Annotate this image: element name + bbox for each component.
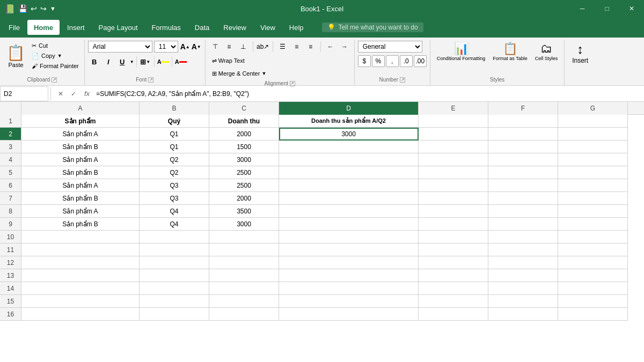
cell-b11[interactable] <box>140 243 209 256</box>
cell-f2[interactable] <box>488 128 558 141</box>
col-header-a[interactable]: A <box>21 102 140 115</box>
cell-a10[interactable] <box>21 231 140 243</box>
row-header-13[interactable]: 13 <box>0 269 21 282</box>
menu-insert[interactable]: Insert <box>61 20 91 35</box>
conditional-formatting-button[interactable]: 📊 Conditional Formatting <box>434 41 489 63</box>
fill-color-button[interactable]: A <box>157 55 170 68</box>
cell-a11[interactable] <box>21 243 140 256</box>
menu-file[interactable]: File <box>2 20 26 35</box>
cell-e11[interactable] <box>419 243 488 256</box>
cell-f14[interactable] <box>488 282 558 295</box>
merge-center-button[interactable]: ⊞ Merge & Center ▼ <box>209 68 270 79</box>
cell-a13[interactable] <box>21 269 140 282</box>
cell-c5[interactable]: 2500 <box>209 166 279 179</box>
increase-indent-button[interactable]: → <box>338 41 351 53</box>
cell-a12[interactable] <box>21 256 140 269</box>
format-painter-button[interactable]: 🖌 Format Painter <box>30 61 81 71</box>
cell-a14[interactable] <box>21 282 140 295</box>
cell-f5[interactable] <box>488 166 558 179</box>
cell-c9[interactable]: 3000 <box>209 218 279 231</box>
cell-a4[interactable]: Sản phẩm A <box>21 153 140 166</box>
text-direction-button[interactable]: ab↗ <box>257 41 269 53</box>
currency-button[interactable]: $ <box>358 55 371 67</box>
cell-g16[interactable] <box>558 308 628 321</box>
cell-b2[interactable]: Q1 <box>140 128 209 141</box>
cell-e3[interactable] <box>419 141 488 153</box>
cell-a7[interactable]: Sản phẩm B <box>21 192 140 205</box>
number-format-select[interactable]: General <box>358 41 422 53</box>
cell-d6[interactable] <box>279 179 419 192</box>
maximize-button[interactable]: □ <box>595 0 619 17</box>
underline-button[interactable]: U <box>116 55 129 68</box>
insert-button[interactable]: ↕ Insert <box>568 41 592 65</box>
cut-button[interactable]: ✂ Cut <box>30 41 81 50</box>
cell-d14[interactable] <box>279 282 419 295</box>
wrap-text-button[interactable]: ⇌ Wrap Text <box>209 55 270 67</box>
cell-e10[interactable] <box>419 231 488 243</box>
increase-font-size-button[interactable]: A▲ <box>180 41 191 52</box>
row-header-5[interactable]: 5 <box>0 166 21 179</box>
cell-f6[interactable] <box>488 179 558 192</box>
cell-e5[interactable] <box>419 166 488 179</box>
align-bottom-button[interactable]: ⊥ <box>237 41 250 53</box>
cell-a6[interactable]: Sản phẩm A <box>21 179 140 192</box>
cell-d2[interactable]: 3000 👇 <box>279 128 419 141</box>
cell-g8[interactable] <box>558 205 628 218</box>
cell-b9[interactable]: Q4 <box>140 218 209 231</box>
cell-f9[interactable] <box>488 218 558 231</box>
col-header-b[interactable]: B <box>140 102 209 115</box>
cell-c4[interactable]: 3000 <box>209 153 279 166</box>
col-header-g[interactable]: G <box>558 102 628 115</box>
cancel-formula-button[interactable]: ✕ <box>55 88 66 99</box>
cell-d15[interactable] <box>279 295 419 308</box>
cell-e8[interactable] <box>419 205 488 218</box>
cell-d8[interactable] <box>279 205 419 218</box>
cell-g3[interactable] <box>558 141 628 153</box>
cell-c2[interactable]: 2000 <box>209 128 279 141</box>
align-center-button[interactable]: ≡ <box>290 41 303 53</box>
cell-f12[interactable] <box>488 256 558 269</box>
cell-b6[interactable]: Q3 <box>140 179 209 192</box>
search-bar[interactable]: 💡 Tell me what you want to do <box>322 23 423 32</box>
cell-g4[interactable] <box>558 153 628 166</box>
format-as-table-button[interactable]: 📋 Format as Table <box>489 41 530 63</box>
customize-icon[interactable]: ▼ <box>50 5 56 12</box>
row-header-15[interactable]: 15 <box>0 295 21 308</box>
row-header-16[interactable]: 16 <box>0 308 21 321</box>
row-header-14[interactable]: 14 <box>0 282 21 295</box>
cell-d10[interactable] <box>279 231 419 243</box>
cell-g13[interactable] <box>558 269 628 282</box>
cell-b3[interactable]: Q1 <box>140 141 209 153</box>
row-header-12[interactable]: 12 <box>0 256 21 269</box>
cell-g10[interactable] <box>558 231 628 243</box>
cell-a2[interactable]: Sản phẩm A <box>21 128 140 141</box>
cell-reference-box[interactable]: D2 <box>0 86 48 101</box>
cell-d5[interactable] <box>279 166 419 179</box>
decrease-indent-button[interactable]: ← <box>324 41 337 53</box>
row-header-11[interactable]: 11 <box>0 243 21 256</box>
cell-d11[interactable] <box>279 243 419 256</box>
cell-f7[interactable] <box>488 192 558 205</box>
alignment-expand-icon[interactable]: ↗ <box>290 81 295 86</box>
minimize-button[interactable]: ─ <box>570 0 595 17</box>
cell-d9[interactable] <box>279 218 419 231</box>
cell-e2[interactable] <box>419 128 488 141</box>
cell-d12[interactable] <box>279 256 419 269</box>
fx-label[interactable]: fx <box>81 90 93 98</box>
cell-f10[interactable] <box>488 231 558 243</box>
cell-c14[interactable] <box>209 282 279 295</box>
cell-f1[interactable] <box>488 115 558 128</box>
menu-formulas[interactable]: Formulas <box>145 20 187 35</box>
cell-g11[interactable] <box>558 243 628 256</box>
cell-c11[interactable] <box>209 243 279 256</box>
cell-a3[interactable]: Sản phẩm B <box>21 141 140 153</box>
cell-e12[interactable] <box>419 256 488 269</box>
font-name-select[interactable]: Arial <box>88 41 152 53</box>
cell-b10[interactable] <box>140 231 209 243</box>
cell-c6[interactable]: 2500 <box>209 179 279 192</box>
border-button[interactable]: ⊞ ▼ <box>139 55 152 68</box>
number-expand-icon[interactable]: ↗ <box>400 77 405 83</box>
menu-data[interactable]: Data <box>188 20 216 35</box>
cell-b15[interactable] <box>140 295 209 308</box>
menu-home[interactable]: Home <box>27 20 60 35</box>
